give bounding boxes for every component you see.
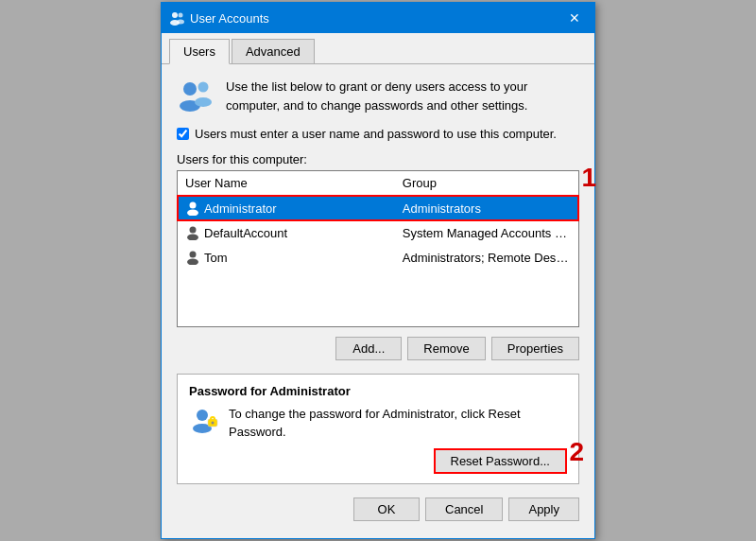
svg-point-8 <box>190 202 197 209</box>
cell-group: Administrators <box>395 200 578 218</box>
cell-username: DefaultAccount <box>178 223 395 242</box>
reset-btn-container: Reset Password... 2 <box>434 448 568 474</box>
remove-button[interactable]: Remove <box>407 337 485 360</box>
svg-point-6 <box>198 82 209 93</box>
apply-button[interactable]: Apply <box>508 497 579 521</box>
list-header: User Name Group <box>178 171 578 196</box>
list-row[interactable]: DefaultAccount System Managed Accounts G… <box>178 220 578 245</box>
cell-username: Tom <box>178 248 395 267</box>
must-enter-password-checkbox[interactable] <box>177 128 189 140</box>
badge-1: 1 <box>581 163 596 193</box>
ok-button[interactable]: OK <box>353 497 420 521</box>
checkbox-row: Users must enter a user name and passwor… <box>177 127 579 141</box>
reset-btn-wrapper: Reset Password... 2 <box>229 448 567 474</box>
list-row[interactable]: Administrator Administrators <box>178 196 578 220</box>
svg-point-4 <box>183 82 197 96</box>
badge-2: 2 <box>569 437 584 467</box>
users-list-wrapper: User Name Group Administrator Administra… <box>177 170 579 327</box>
password-text-area: To change the password for Administrator… <box>229 406 567 473</box>
svg-point-9 <box>187 210 198 217</box>
add-button[interactable]: Add... <box>335 337 402 360</box>
cell-group: System Managed Accounts Gro... <box>395 224 578 242</box>
info-section: Use the list below to grant or deny user… <box>177 78 579 115</box>
tab-bar: Users Advanced <box>162 33 594 64</box>
list-row[interactable]: Tom Administrators; Remote Deskto... <box>178 245 578 270</box>
password-icon <box>189 406 219 436</box>
svg-point-0 <box>172 12 178 18</box>
close-button[interactable]: ✕ <box>562 9 587 27</box>
user-icon <box>185 201 200 216</box>
reset-password-button[interactable]: Reset Password... <box>434 448 568 474</box>
user-icon <box>185 225 200 240</box>
svg-point-11 <box>187 235 198 241</box>
svg-point-12 <box>190 252 197 258</box>
users-list-container: User Name Group Administrator Administra… <box>177 170 579 327</box>
col-header-group: Group <box>395 174 578 192</box>
users-icon <box>177 78 215 115</box>
cell-group: Administrators; Remote Deskto... <box>395 249 578 267</box>
bottom-buttons: OK Cancel Apply <box>177 497 579 525</box>
user-icon <box>185 250 200 265</box>
dialog-title: User Accounts <box>190 11 269 26</box>
properties-button[interactable]: Properties <box>491 337 579 360</box>
password-section: Password for Administrator To change the… <box>177 374 579 483</box>
user-accounts-dialog: User Accounts ✕ Users Advanced Use the l… <box>161 2 595 538</box>
dialog-icon <box>169 10 184 26</box>
cell-username: Administrator <box>178 199 395 218</box>
title-bar: User Accounts ✕ <box>162 3 594 33</box>
list-empty-space <box>178 270 578 326</box>
user-action-buttons: Add... Remove Properties <box>177 337 579 360</box>
checkbox-label: Users must enter a user name and passwor… <box>195 127 557 141</box>
tab-advanced[interactable]: Advanced <box>232 39 315 63</box>
svg-point-18 <box>212 422 215 425</box>
svg-point-7 <box>195 97 212 107</box>
col-header-username: User Name <box>178 174 395 192</box>
title-bar-left: User Accounts <box>169 10 269 26</box>
svg-point-3 <box>177 20 184 25</box>
svg-point-10 <box>190 227 197 234</box>
svg-point-13 <box>187 259 198 266</box>
svg-point-14 <box>197 410 208 421</box>
info-text: Use the list below to grant or deny user… <box>226 78 527 114</box>
cancel-button[interactable]: Cancel <box>425 497 503 521</box>
password-header: Password for Administrator <box>189 384 567 398</box>
tab-users[interactable]: Users <box>169 39 230 64</box>
users-section-label: Users for this computer: <box>177 152 579 166</box>
password-inner: To change the password for Administrator… <box>189 406 567 473</box>
dialog-content: Use the list below to grant or deny user… <box>162 64 594 537</box>
svg-point-2 <box>179 13 183 18</box>
password-description: To change the password for Administrator… <box>229 406 567 440</box>
